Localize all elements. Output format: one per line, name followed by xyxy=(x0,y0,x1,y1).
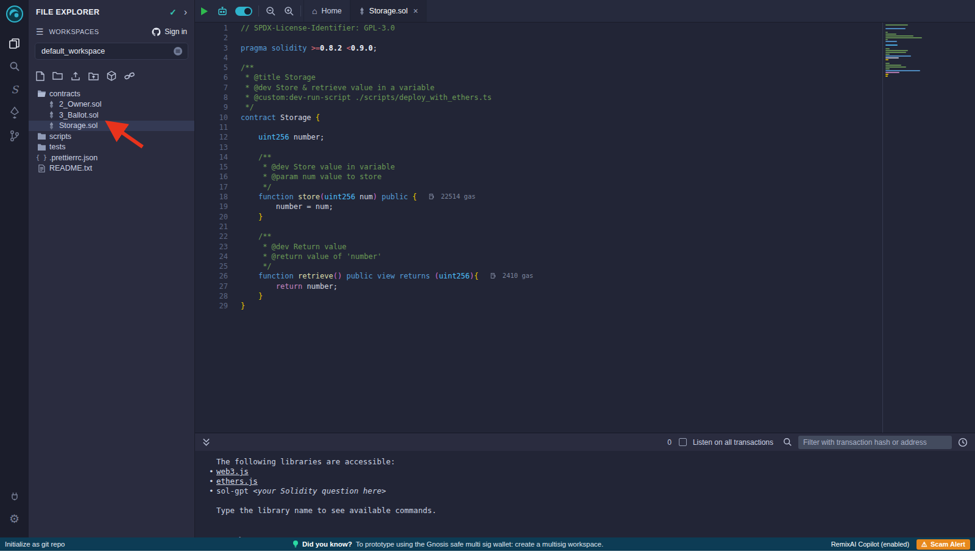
toggle-knob xyxy=(244,8,251,15)
search-icon[interactable] xyxy=(0,55,29,78)
file-toolbar xyxy=(29,66,194,87)
solidity-icon xyxy=(46,111,57,119)
line-number: 23 xyxy=(195,243,228,252)
line-number: 24 xyxy=(195,252,228,262)
line-number: 26 xyxy=(195,272,228,282)
close-tab-icon[interactable]: × xyxy=(413,6,418,16)
tip-text: To prototype using the Gnosis safe multi… xyxy=(356,541,604,548)
code-line: 11 xyxy=(195,123,975,133)
file-explorer-header: FILE EXPLORER ✓ › xyxy=(29,0,194,21)
transaction-filter-input[interactable] xyxy=(798,436,952,449)
code-line: 10contract Storage { xyxy=(195,113,975,123)
code-line: 6 * @title Storage xyxy=(195,73,975,83)
workspace-options-icon[interactable] xyxy=(173,46,183,56)
terminal-line xyxy=(195,496,975,506)
line-number: 7 xyxy=(195,83,228,93)
line-number: 5 xyxy=(195,63,228,73)
tabbar-divider xyxy=(258,5,259,16)
line-number: 16 xyxy=(195,172,228,182)
workspace-select[interactable]: default_workspace xyxy=(35,43,188,60)
tree-item-label: tests xyxy=(49,143,65,151)
tabbar-divider xyxy=(300,5,301,16)
solidity-compiler-icon[interactable]: S xyxy=(0,78,29,101)
line-number: 25 xyxy=(195,262,228,272)
file-explorer-icon[interactable] xyxy=(0,32,29,55)
tree-item[interactable]: tests xyxy=(29,142,194,153)
tree-item[interactable]: 2_Owner.sol xyxy=(29,99,194,110)
scam-alert-button[interactable]: ⚠ Scam Alert xyxy=(916,539,970,550)
line-number: 10 xyxy=(195,113,228,123)
zoom-in-icon[interactable] xyxy=(280,0,298,22)
deploy-run-icon[interactable] xyxy=(0,101,29,124)
warning-icon: ⚠ xyxy=(921,541,927,548)
panel-title: FILE EXPLORER xyxy=(36,8,169,16)
settings-icon[interactable]: ⚙ xyxy=(0,507,29,530)
upload-file-icon[interactable] xyxy=(71,71,80,81)
tree-item[interactable]: README.txt xyxy=(29,163,194,174)
code-line: 28 } xyxy=(195,292,975,302)
gear-glyph: ⚙ xyxy=(9,513,20,525)
code-line: 24 * @return value of 'number' xyxy=(195,252,975,262)
new-folder-icon[interactable] xyxy=(52,71,63,80)
terminal[interactable]: The following libraries are accessible:•… xyxy=(195,451,975,537)
tab-label: Home xyxy=(321,7,341,15)
line-number: 21 xyxy=(195,222,228,232)
terminal-line: •sol-gpt <your Solidity question here> xyxy=(195,486,975,496)
transaction-count-badge: 0 xyxy=(667,438,672,447)
remix-logo-icon[interactable] xyxy=(5,5,24,26)
expand-terminal-icon[interactable] xyxy=(202,438,210,447)
tree-item-label: 3_Ballot.sol xyxy=(59,111,99,119)
history-clock-icon[interactable] xyxy=(958,438,968,447)
tree-item[interactable]: 3_Ballot.sol xyxy=(29,110,194,121)
github-icon xyxy=(152,27,161,37)
run-script-button[interactable] xyxy=(195,0,213,22)
workspaces-menu-icon[interactable]: ☰ xyxy=(36,27,44,37)
copilot-status[interactable]: RemixAI Copilot (enabled) xyxy=(831,541,909,548)
terminal-search-icon[interactable] xyxy=(783,438,792,447)
code-line: 29} xyxy=(195,302,975,311)
sign-in-button[interactable]: Sign in xyxy=(152,27,187,37)
line-number: 3 xyxy=(195,44,228,54)
ai-copilot-toggle[interactable] xyxy=(232,0,256,22)
line-number: 8 xyxy=(195,93,228,103)
gas-estimate-badge: 2410 gas xyxy=(491,272,533,279)
code-line: 18 function store(uint256 num) public { … xyxy=(195,193,975,202)
tree-item[interactable]: scripts xyxy=(29,131,194,142)
code-line: 23 * @dev Return value xyxy=(195,243,975,252)
tab-storage-sol[interactable]: Storage.sol × xyxy=(350,0,427,22)
git-icon[interactable] xyxy=(0,124,29,147)
listen-checkbox[interactable] xyxy=(679,438,687,446)
new-file-icon[interactable] xyxy=(36,71,44,81)
line-number: 27 xyxy=(195,282,228,292)
code-editor[interactable]: 1// SPDX-License-Identifier: GPL-3.023pr… xyxy=(195,23,975,433)
tree-item[interactable]: Storage.sol xyxy=(29,121,194,132)
library-link[interactable]: web3.js xyxy=(216,467,249,476)
terminal-controls: 0 Listen on all transactions xyxy=(667,436,968,449)
editor-tabbar: ⌂ Home Storage.sol × xyxy=(195,0,975,23)
plugin-manager-icon[interactable] xyxy=(0,484,29,507)
tree-item[interactable]: { }.prettierrc.json xyxy=(29,152,194,163)
remix-ide-window: S ⚙ FILE EXPLORER xyxy=(0,0,975,551)
zoom-out-icon[interactable] xyxy=(261,0,280,22)
line-number: 14 xyxy=(195,153,228,163)
tree-item-label: 2_Owner.sol xyxy=(59,100,101,108)
minimap[interactable] xyxy=(885,24,928,77)
ai-copilot-robot-icon[interactable] xyxy=(213,0,232,22)
library-link[interactable]: ethers.js xyxy=(216,477,258,486)
init-git-repo-button[interactable]: Initialize as git repo xyxy=(5,541,65,548)
solidity-icon xyxy=(46,101,57,108)
line-number: 20 xyxy=(195,213,228,222)
publish-cube-icon[interactable] xyxy=(107,71,116,81)
tree-item[interactable]: contracts xyxy=(29,88,194,99)
line-number: 9 xyxy=(195,103,228,113)
terminal-line: •ethers.js xyxy=(195,477,975,486)
chevron-right-icon[interactable]: › xyxy=(184,7,187,17)
upload-folder-icon[interactable] xyxy=(88,71,99,81)
code-line: 17 */ xyxy=(195,183,975,193)
tab-home[interactable]: ⌂ Home xyxy=(303,0,350,22)
accept-check-icon[interactable]: ✓ xyxy=(169,7,177,17)
terminal-prompt[interactable]: > xyxy=(195,524,975,534)
code-line: 27 return number; xyxy=(195,282,975,292)
link-icon[interactable] xyxy=(124,71,135,80)
status-bar-right: RemixAI Copilot (enabled) ⚠ Scam Alert xyxy=(831,539,970,550)
